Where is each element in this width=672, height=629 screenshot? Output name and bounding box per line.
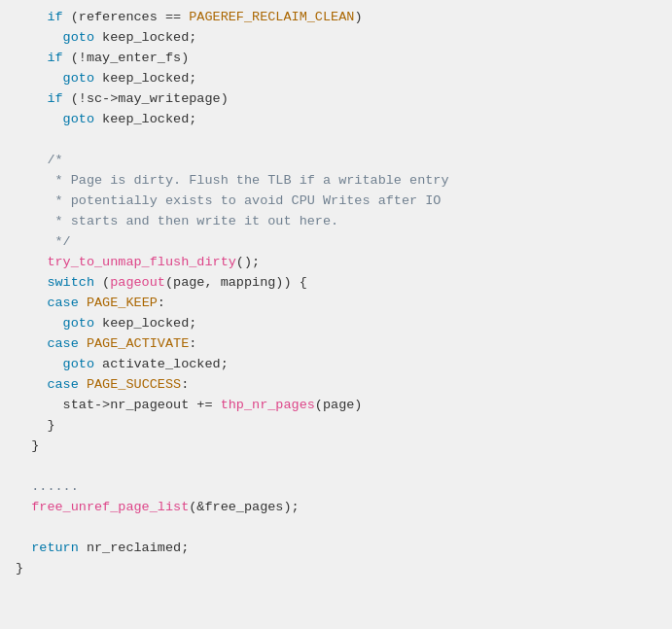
code-token: } [16,559,23,579]
code-line: case PAGE_ACTIVATE: [0,334,672,355]
code-token: keep_locked; [94,28,196,49]
code-token: try_to_unmap_flush_dirty [47,253,235,273]
code-token: nr_reclaimed; [79,539,189,559]
code-line: goto keep_locked; [0,110,672,130]
code-line: * Page is dirty. Flush the TLB if a writ… [0,171,672,192]
code-line: goto activate_locked; [0,355,672,375]
code-token: keep_locked; [94,110,196,130]
code-token: goto [63,314,94,334]
code-token: (!may_enter_fs) [63,49,190,69]
code-token: (); [236,253,260,273]
code-token: case [16,334,79,355]
code-token: (!sc->may_writepage) [63,89,229,110]
code-line: goto keep_locked; [0,314,672,334]
code-token: thp_nr_pages [221,396,315,416]
code-token: goto [63,110,94,130]
code-token: (&free_pages); [189,498,299,518]
code-line: try_to_unmap_flush_dirty(); [0,253,672,273]
code-line: /* [0,151,672,171]
code-token [16,273,47,294]
code-token: goto [63,28,94,49]
code-line: } [0,559,672,579]
code-line: */ [0,232,672,253]
code-token [79,294,87,314]
code-token: ...... [16,477,79,498]
code-token [79,375,87,396]
code-line: stat->nr_pageout += thp_nr_pages(page) [0,396,672,416]
code-line: free_unref_page_list(&free_pages); [0,498,672,518]
code-line: case PAGE_KEEP: [0,294,672,314]
code-line [0,457,672,477]
code-token: } [16,416,55,437]
code-token [16,253,47,273]
code-token: } [16,437,39,457]
code-token: /* [16,151,63,171]
code-token: if [16,89,63,110]
code-token: if [16,49,63,69]
code-token: : [181,375,189,396]
code-line: * starts and then write it out here. [0,212,672,232]
code-line: return nr_reclaimed; [0,539,672,559]
code-line: goto keep_locked; [0,69,672,89]
code-token [16,314,63,334]
code-token: : [158,294,165,314]
code-token: (page, mapping)) { [165,273,307,294]
code-token: ( [94,273,110,294]
code-token: (references == [63,8,190,28]
code-token: * Page is dirty. Flush the TLB if a writ… [16,171,449,192]
code-token: free_unref_page_list [16,498,189,518]
code-line: if (!may_enter_fs) [0,49,672,69]
code-token: if [16,8,63,28]
code-line: if (!sc->may_writepage) [0,89,672,110]
code-token [16,28,63,49]
code-token [16,69,63,89]
code-token: PAGE_KEEP [87,294,158,314]
code-line: } [0,437,672,457]
code-line: ...... [0,477,672,498]
code-token: goto [63,69,94,89]
code-line: * potentially exists to avoid CPU Writes… [0,192,672,212]
code-line: switch (pageout(page, mapping)) { [0,273,672,294]
code-token: case [16,375,79,396]
code-token: stat->nr_pageout += [16,396,221,416]
code-token: : [189,334,196,355]
code-line: } [0,416,672,437]
code-token: goto [63,355,94,375]
code-block: if (references == PAGEREF_RECLAIM_CLEAN)… [0,8,672,579]
code-line [0,130,672,151]
code-token [16,110,63,130]
code-token: keep_locked; [94,69,196,89]
code-token: PAGE_SUCCESS [87,375,181,396]
code-token: (page) [315,396,363,416]
code-token: return [31,539,79,559]
code-token: PAGEREF_RECLAIM_CLEAN [189,8,354,28]
code-token [79,334,87,355]
code-token: activate_locked; [94,355,229,375]
code-token: keep_locked; [94,314,196,334]
code-line: goto keep_locked; [0,28,672,49]
code-token: pageout [110,273,165,294]
code-line [0,518,672,539]
code-token: * starts and then write it out here. [16,212,338,232]
code-token [16,539,31,559]
code-line: if (references == PAGEREF_RECLAIM_CLEAN) [0,8,672,28]
code-token: switch [47,273,94,294]
code-token: ) [354,8,362,28]
code-token: * potentially exists to avoid CPU Writes… [16,192,441,212]
code-line: case PAGE_SUCCESS: [0,375,672,396]
code-token: case [16,294,79,314]
code-token [16,355,63,375]
code-token: */ [16,232,71,253]
code-token: PAGE_ACTIVATE [87,334,189,355]
code-editor: if (references == PAGEREF_RECLAIM_CLEAN)… [0,0,672,629]
